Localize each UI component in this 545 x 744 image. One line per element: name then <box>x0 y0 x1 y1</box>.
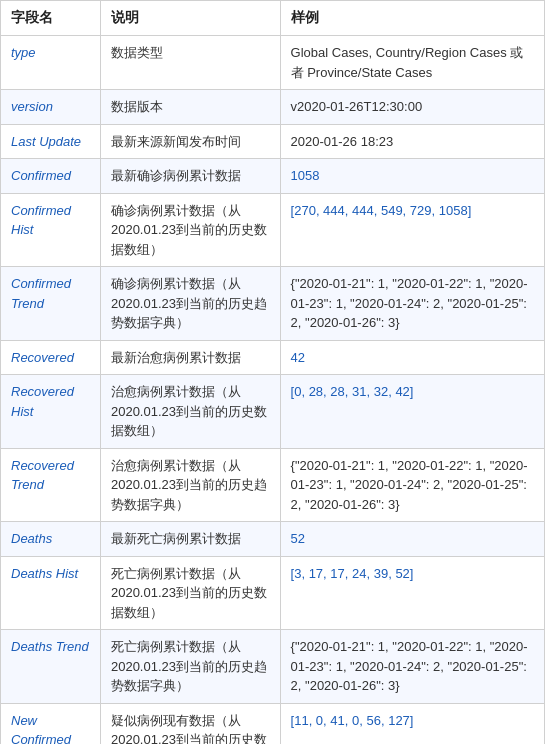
table-header-row: 字段名 说明 样例 <box>1 1 545 36</box>
example-cell: 2020-01-26 18:23 <box>280 124 544 159</box>
example-cell: 1058 <box>280 159 544 194</box>
field-cell: type <box>1 36 101 90</box>
field-cell: Confirmed Trend <box>1 267 101 341</box>
header-field: 字段名 <box>1 1 101 36</box>
field-cell: Deaths Trend <box>1 630 101 704</box>
desc-cell: 死亡病例累计数据（从2020.01.23到当前的历史数据数组） <box>100 556 280 630</box>
desc-cell: 治愈病例累计数据（从2020.01.23到当前的历史数据数组） <box>100 375 280 449</box>
example-cell: [270, 444, 444, 549, 729, 1058] <box>280 193 544 267</box>
field-cell: version <box>1 90 101 125</box>
header-desc: 说明 <box>100 1 280 36</box>
desc-cell: 治愈病例累计数据（从2020.01.23到当前的历史趋势数据字典） <box>100 448 280 522</box>
table-row: Deaths最新死亡病例累计数据52 <box>1 522 545 557</box>
desc-cell: 确诊病例累计数据（从2020.01.23到当前的历史趋势数据字典） <box>100 267 280 341</box>
field-cell: Last Update <box>1 124 101 159</box>
desc-cell: 疑似病例现有数据（从2020.01.23到当前的历史数据数组） <box>100 703 280 744</box>
example-cell: [3, 17, 17, 24, 39, 52] <box>280 556 544 630</box>
table-row: Last Update最新来源新闻发布时间2020-01-26 18:23 <box>1 124 545 159</box>
field-cell: Recovered <box>1 340 101 375</box>
field-cell: Recovered Hist <box>1 375 101 449</box>
field-cell: Deaths <box>1 522 101 557</box>
field-cell: Confirmed Hist <box>1 193 101 267</box>
example-cell: Global Cases, Country/Region Cases 或者 Pr… <box>280 36 544 90</box>
example-cell: {"2020-01-21": 1, "2020-01-22": 1, "2020… <box>280 630 544 704</box>
field-cell: Deaths Hist <box>1 556 101 630</box>
example-cell: 52 <box>280 522 544 557</box>
table-row: Recovered Trend治愈病例累计数据（从2020.01.23到当前的历… <box>1 448 545 522</box>
table-row: Confirmed Trend确诊病例累计数据（从2020.01.23到当前的历… <box>1 267 545 341</box>
desc-cell: 数据版本 <box>100 90 280 125</box>
desc-cell: 死亡病例累计数据（从2020.01.23到当前的历史趋势数据字典） <box>100 630 280 704</box>
example-cell: {"2020-01-21": 1, "2020-01-22": 1, "2020… <box>280 448 544 522</box>
table-row: type数据类型Global Cases, Country/Region Cas… <box>1 36 545 90</box>
table-row: Recovered最新治愈病例累计数据42 <box>1 340 545 375</box>
field-cell: Confirmed <box>1 159 101 194</box>
desc-cell: 确诊病例累计数据（从2020.01.23到当前的历史数据数组） <box>100 193 280 267</box>
desc-cell: 最新死亡病例累计数据 <box>100 522 280 557</box>
table-row: Deaths Hist死亡病例累计数据（从2020.01.23到当前的历史数据数… <box>1 556 545 630</box>
header-example: 样例 <box>280 1 544 36</box>
table-row: Recovered Hist治愈病例累计数据（从2020.01.23到当前的历史… <box>1 375 545 449</box>
example-cell: [0, 28, 28, 31, 32, 42] <box>280 375 544 449</box>
desc-cell: 最新确诊病例累计数据 <box>100 159 280 194</box>
table-row: Deaths Trend死亡病例累计数据（从2020.01.23到当前的历史趋势… <box>1 630 545 704</box>
example-cell: {"2020-01-21": 1, "2020-01-22": 1, "2020… <box>280 267 544 341</box>
table-row: New Confirmed Hist疑似病例现有数据（从2020.01.23到当… <box>1 703 545 744</box>
example-cell: 42 <box>280 340 544 375</box>
table-row: version数据版本v2020-01-26T12:30:00 <box>1 90 545 125</box>
table-row: Confirmed Hist确诊病例累计数据（从2020.01.23到当前的历史… <box>1 193 545 267</box>
desc-cell: 数据类型 <box>100 36 280 90</box>
field-cell: Recovered Trend <box>1 448 101 522</box>
desc-cell: 最新治愈病例累计数据 <box>100 340 280 375</box>
example-cell: v2020-01-26T12:30:00 <box>280 90 544 125</box>
data-table: 字段名 说明 样例 type数据类型Global Cases, Country/… <box>0 0 545 744</box>
field-cell: New Confirmed Hist <box>1 703 101 744</box>
desc-cell: 最新来源新闻发布时间 <box>100 124 280 159</box>
example-cell: [11, 0, 41, 0, 56, 127] <box>280 703 544 744</box>
table-row: Confirmed最新确诊病例累计数据1058 <box>1 159 545 194</box>
